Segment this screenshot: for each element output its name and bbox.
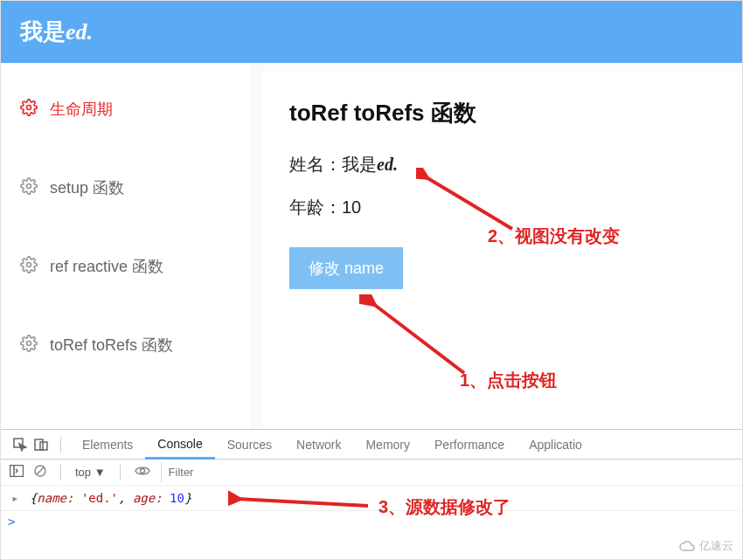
- sidebar: 生命周期 setup 函数 ref reactive 函数 toRef toRe…: [1, 63, 253, 429]
- arrow-icon: [228, 490, 377, 516]
- tab-performance[interactable]: Performance: [422, 430, 517, 460]
- age-value: 10: [342, 197, 361, 217]
- tab-elements[interactable]: Elements: [70, 430, 145, 460]
- sidebar-item-label: setup 函数: [50, 177, 124, 198]
- watermark: 亿速云: [678, 538, 733, 554]
- svg-line-4: [425, 176, 512, 229]
- sidebar-toggle-icon[interactable]: [10, 465, 24, 480]
- sidebar-item-toref[interactable]: toRef toRefs 函数: [1, 306, 252, 384]
- log-val-name: 'ed.': [81, 491, 118, 505]
- context-label: top: [75, 466, 91, 479]
- svg-rect-8: [40, 442, 47, 450]
- log-key-name: name:: [37, 491, 73, 505]
- tab-console[interactable]: Console: [145, 430, 214, 460]
- svg-point-1: [27, 183, 31, 188]
- sidebar-item-lifecycle[interactable]: 生命周期: [1, 70, 252, 149]
- gear-icon: [20, 99, 38, 121]
- sidebar-item-ref-reactive[interactable]: ref reactive 函数: [1, 227, 252, 306]
- annotation-3: 3、源数据修改了: [378, 495, 510, 519]
- svg-point-2: [27, 262, 31, 266]
- eye-icon[interactable]: [135, 466, 150, 479]
- sidebar-item-label: 生命周期: [50, 99, 113, 120]
- tab-application[interactable]: Applicatio: [517, 430, 594, 460]
- devtools-tabs: Elements Console Sources Network Memory …: [1, 430, 742, 460]
- inspect-icon[interactable]: [10, 438, 31, 452]
- log-val-age: 10: [170, 491, 184, 505]
- log-brace-close: }: [184, 491, 191, 505]
- sidebar-item-setup[interactable]: setup 函数: [1, 149, 252, 227]
- svg-point-3: [27, 341, 31, 345]
- log-key-age: age:: [133, 491, 163, 505]
- name-value-italic: ed.: [377, 155, 398, 174]
- page-title: toRef toRefs 函数: [289, 98, 716, 128]
- arrow-icon: [416, 168, 530, 238]
- main-panel: toRef toRefs 函数 姓名：我是ed. 年龄：10 修改 name 2…: [263, 72, 742, 429]
- watermark-text: 亿速云: [699, 538, 733, 554]
- age-label: 年龄：: [289, 197, 342, 217]
- svg-point-13: [140, 469, 144, 474]
- tab-memory[interactable]: Memory: [353, 430, 422, 460]
- svg-point-0: [27, 105, 31, 109]
- name-label: 姓名：: [289, 155, 342, 174]
- clear-console-icon[interactable]: [34, 465, 46, 480]
- brand-text: 我是ed.: [20, 18, 93, 45]
- svg-line-5: [372, 303, 464, 373]
- brand-italic: ed.: [66, 19, 93, 45]
- tab-network[interactable]: Network: [284, 430, 353, 460]
- device-icon[interactable]: [31, 438, 52, 452]
- svg-line-14: [237, 499, 368, 506]
- svg-rect-7: [35, 439, 43, 450]
- log-sep: ,: [118, 491, 133, 505]
- filter-field[interactable]: [161, 462, 598, 482]
- arrow-icon: [359, 294, 482, 382]
- context-dropdown[interactable]: top ▼: [75, 466, 106, 479]
- filter-input[interactable]: [161, 462, 598, 482]
- console-toolbar: top ▼: [1, 460, 742, 486]
- name-value-prefix: 我是: [342, 155, 377, 174]
- gear-icon: [20, 177, 38, 199]
- brand-prefix: 我是: [20, 18, 66, 45]
- cloud-icon: [678, 540, 696, 552]
- sidebar-item-label: ref reactive 函数: [50, 256, 163, 277]
- svg-line-12: [37, 467, 44, 474]
- sidebar-item-label: toRef toRefs 函数: [50, 335, 173, 356]
- gear-icon: [20, 335, 38, 356]
- app-header: 我是ed.: [1, 1, 742, 63]
- tab-sources[interactable]: Sources: [215, 430, 284, 460]
- gear-icon: [20, 256, 38, 278]
- modify-name-button[interactable]: 修改 name: [289, 247, 403, 289]
- expand-caret-icon[interactable]: ▸: [11, 491, 18, 505]
